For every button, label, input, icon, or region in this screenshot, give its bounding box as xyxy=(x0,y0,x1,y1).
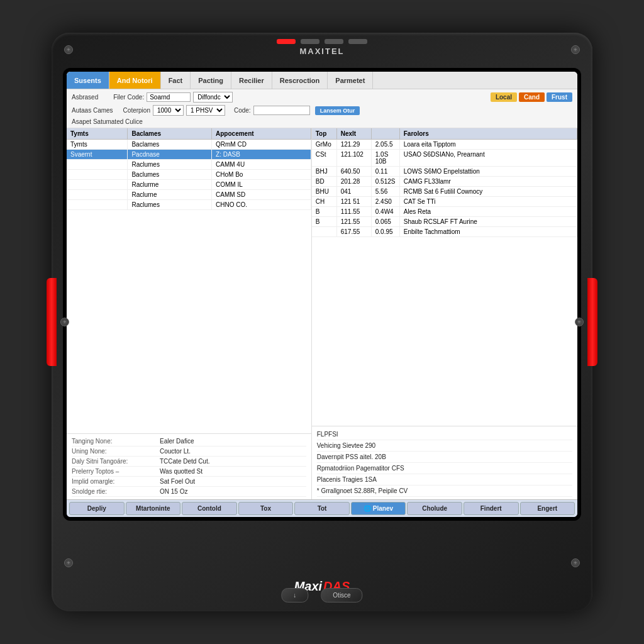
cell: Raclurme xyxy=(128,180,212,189)
right-detail-item: Vehicing Sievtee 290 xyxy=(317,440,572,452)
bottom-btn-1[interactable]: ↓ xyxy=(281,588,308,602)
btn-findert[interactable]: Findert xyxy=(464,502,519,515)
right-panel: Top Nexlt Farolors GrMo 121.29 2.05.5 Lo… xyxy=(312,128,577,499)
top-btn-2[interactable] xyxy=(301,39,319,44)
right-col1-header: Top xyxy=(312,128,337,139)
screw-ml xyxy=(60,318,69,326)
label-asapet: Asapet Satumated Culice xyxy=(72,118,143,125)
cell xyxy=(67,160,128,169)
code-input[interactable] xyxy=(253,106,310,115)
detail-row: Prelerry Toptos – Was quotted St xyxy=(72,467,306,477)
table-row[interactable]: BHJ 640.50 0.11 LOWS S6MO Enpelstattion xyxy=(312,167,577,177)
cell: BD xyxy=(312,177,337,186)
cell: 2.05.5 xyxy=(372,140,400,149)
btn-planev[interactable]: 🌐 Planev xyxy=(351,502,406,515)
phsv-select[interactable]: 1 PHSV xyxy=(186,105,225,116)
table-row[interactable]: BD 201.28 0.512S CAMG FL33lamr xyxy=(312,177,577,187)
btn-mtartoninte[interactable]: Mtartoninte xyxy=(126,502,181,515)
detail-val: Was quotted St xyxy=(160,468,203,475)
cell: BHJ xyxy=(312,167,337,176)
filter-code-input[interactable] xyxy=(147,92,191,102)
right-panel-header: Top Nexlt Farolors xyxy=(312,128,577,140)
table-row[interactable]: Tymts Baclames QRmM CD xyxy=(67,140,311,150)
diff-select[interactable]: Diffondc xyxy=(193,92,233,103)
cell: RCMB Sat 6 Futilil Cownocy xyxy=(400,187,577,196)
table-row[interactable]: Raclumes CAMM 4U xyxy=(67,160,311,170)
btn-cholude[interactable]: Cholude xyxy=(407,502,462,515)
cell: CH xyxy=(312,197,337,206)
code-label: Code: xyxy=(234,107,251,114)
table-row[interactable]: CSt 121.102 1.0S 10B USAO S6DSIANo, Prea… xyxy=(312,150,577,167)
cell: CSt xyxy=(312,150,337,166)
table-row[interactable]: Raclurne CAMM SD xyxy=(67,190,311,200)
cell: 617.55 xyxy=(337,227,372,236)
bottom-btn-2[interactable]: Otisce xyxy=(321,588,362,602)
cell: Baclumes xyxy=(128,170,212,179)
right-detail-item: Rpmatodriion Pagematitor CFS xyxy=(317,463,572,474)
table-row[interactable]: GrMo 121.29 2.05.5 Loara eita Tipptom xyxy=(312,140,577,150)
screw-bl xyxy=(64,558,73,567)
cell: 0.0.95 xyxy=(372,227,400,236)
table-row[interactable]: BHU 041 5.56 RCMB Sat 6 Futilil Cownocy xyxy=(312,187,577,197)
btn-tox[interactable]: Tox xyxy=(238,502,294,515)
top-buttons xyxy=(277,39,367,44)
cell: LOWS S6MO Enpelstattion xyxy=(400,167,577,176)
coterpion-label: Coterpion xyxy=(123,107,150,114)
cell: 121.29 xyxy=(337,140,372,149)
btn-engert[interactable]: Engert xyxy=(520,502,575,515)
tab-fact[interactable]: Fact xyxy=(161,72,191,89)
detail-key: Uning None: xyxy=(72,448,160,455)
cell: 111.55 xyxy=(337,207,372,216)
filter-row-3: Asapet Satumated Culice xyxy=(72,118,572,125)
table-row[interactable]: Raclumes CHNO CO. xyxy=(67,200,311,210)
table-row[interactable]: B 111.55 0.4W4 Ales Reta xyxy=(312,207,577,217)
filter-bar: Asbrased Filer Code: Diffondc Local Cand… xyxy=(67,89,577,128)
btn-depliy[interactable]: Depliy xyxy=(69,502,125,515)
btn-frust[interactable]: Frust xyxy=(547,92,572,102)
cell: BHU xyxy=(312,187,337,196)
cell: USAO S6DSIANo, Prearnant xyxy=(400,150,577,166)
table-row[interactable]: Baclumes CHoM Bo xyxy=(67,170,311,180)
right-detail-area: FLPFSI Vehicing Sievtee 290 Davernpit PS… xyxy=(312,426,577,499)
screw-tr xyxy=(571,45,580,54)
screen: Susents And Notori Fact Pacting Recilier… xyxy=(67,72,577,517)
table-row[interactable]: Svaernt Pacdnase Z: DASB xyxy=(67,150,311,160)
right-detail-item: FLPFSI xyxy=(317,429,572,440)
grip-left xyxy=(47,278,57,366)
btn-tot[interactable]: Tot xyxy=(294,502,350,515)
table-row[interactable]: 617.55 0.0.95 Enbilte Tachmattiom xyxy=(312,227,577,237)
lansem-btn[interactable]: Lansem Otur xyxy=(315,106,360,115)
top-btn-1[interactable] xyxy=(277,39,296,44)
tab-susents[interactable]: Susents xyxy=(67,72,109,89)
table-row[interactable]: Raclurme COMM IL xyxy=(67,180,311,190)
tab-rescroction[interactable]: Rescroction xyxy=(272,72,328,89)
brand-top-label: MAXITEL xyxy=(299,47,344,56)
cell: CHNO CO. xyxy=(212,200,311,209)
cell: GrMo xyxy=(312,140,337,149)
tab-recilier[interactable]: Recilier xyxy=(231,72,272,89)
cell: Raclurne xyxy=(128,190,212,199)
tab-parmetet[interactable]: Parmetet xyxy=(328,72,373,89)
cell: 5.56 xyxy=(372,187,400,196)
btn-contold[interactable]: Contold xyxy=(182,502,237,515)
detail-row: Tanging None: Ealer Dafice xyxy=(72,436,306,447)
coterpion-select[interactable]: 1000 xyxy=(153,105,184,116)
top-btn-4[interactable] xyxy=(348,39,367,44)
cell: Raclumes xyxy=(128,160,212,169)
screen-bezel: Susents And Notori Fact Pacting Recilier… xyxy=(63,68,581,521)
globe-icon: 🌐 xyxy=(364,505,371,512)
label-asbrased: Asbrased xyxy=(72,94,98,101)
tab-and-notori[interactable]: And Notori xyxy=(109,72,161,89)
cell xyxy=(67,170,128,179)
filter-row-1: Asbrased Filer Code: Diffondc Local Cand… xyxy=(72,92,572,103)
table-row[interactable]: B 121.55 0.065 Shaub RCSLAF FT Aurine xyxy=(312,217,577,227)
table-row[interactable]: CH 121 51 2.4S0 CAT Se TTi xyxy=(312,197,577,207)
btn-cand[interactable]: Cand xyxy=(519,92,545,102)
btn-local[interactable]: Local xyxy=(491,92,517,102)
cell xyxy=(67,200,128,209)
top-btn-3[interactable] xyxy=(325,39,343,44)
main-content: Tymts Baclames Appocement Tymts Baclames… xyxy=(67,128,577,499)
tab-pacting[interactable]: Pacting xyxy=(191,72,231,89)
bottom-toolbar: Depliy Mtartoninte Contold Tox Tot 🌐 Pla… xyxy=(67,499,577,517)
cell: 121.55 xyxy=(337,217,372,226)
